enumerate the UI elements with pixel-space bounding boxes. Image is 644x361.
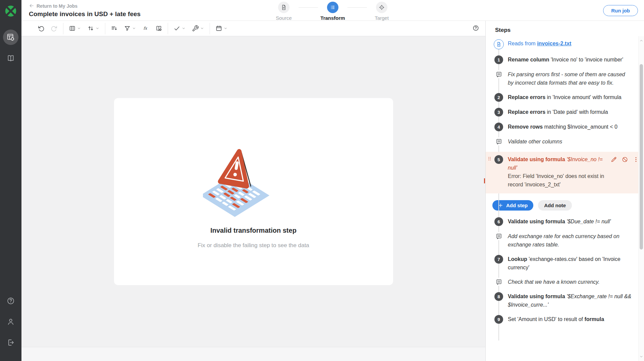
step-row-7[interactable]: 7Lookup 'exchange-rates.csv' based on 'I…: [486, 255, 644, 272]
sidebar-button-user[interactable]: [3, 314, 18, 329]
note-row[interactable]: Check that we have a known currency.: [486, 278, 644, 286]
note-icon: [494, 70, 503, 78]
file-icon: [280, 4, 287, 11]
stepper-connector: [347, 7, 367, 8]
edit-icon[interactable]: [610, 156, 617, 163]
toolbar-button-tools[interactable]: [191, 23, 206, 34]
step-row-8[interactable]: 8Validate using formula '$Exchange_rate …: [486, 292, 644, 309]
list-icon: [329, 4, 336, 11]
toolbar-button-columns[interactable]: [67, 23, 83, 34]
bottom-status-strip: [21, 347, 485, 361]
note-row[interactable]: Fix parsing errors first - some of them …: [486, 70, 644, 87]
step-source-row[interactable]: Reads from invoices-2.txt: [486, 39, 644, 49]
calendar-icon: [215, 25, 222, 32]
step-marker: [494, 70, 504, 78]
step-row-4[interactable]: 4Remove rows matching $Invoice_amount < …: [486, 123, 644, 131]
toolbar-group: [214, 23, 229, 34]
note-row[interactable]: Add exchange rate for each currency base…: [486, 232, 644, 249]
add-step-actions-row: Add stepAdd note: [486, 200, 644, 211]
toolbar-button-sort[interactable]: [86, 23, 101, 34]
help-icon: [472, 25, 479, 32]
stepper-circle-source: [278, 2, 289, 13]
toolbar-button-validate[interactable]: [172, 23, 187, 34]
note-icon: [495, 233, 502, 240]
step-text-segment: Replace errors: [508, 94, 545, 100]
sidebar-button-book[interactable]: [3, 50, 18, 66]
sidebar-button-help[interactable]: [3, 293, 18, 309]
run-job-button[interactable]: Run job: [603, 5, 638, 16]
step-text-segment: 'Invoice no' to 'invoice number': [549, 57, 623, 62]
step-row-2[interactable]: 2Replace errors in 'Invoice amount' with…: [486, 93, 644, 102]
step-row-1[interactable]: 1Rename column 'Invoice no' to 'invoice …: [486, 55, 644, 64]
toolbar-help-button[interactable]: [472, 25, 479, 33]
step-number-badge: 3: [494, 108, 503, 117]
scrollbar-thumb[interactable]: [640, 64, 643, 250]
step-marker: 2: [494, 93, 504, 102]
return-to-jobs-link[interactable]: Return to My Jobs: [29, 3, 77, 9]
help-icon: [6, 297, 15, 305]
step-number-badge: 6: [494, 217, 503, 226]
toolbar-button-redo[interactable]: [49, 23, 59, 34]
stepper-node-target[interactable]: Target: [367, 2, 396, 21]
step-number-badge: 2: [494, 93, 503, 102]
step-text-segment: Lookup: [508, 256, 527, 262]
source-transform-target-stepper: SourceTransformTarget: [269, 2, 396, 21]
sidebar-button-grid-x[interactable]: [3, 30, 18, 45]
user-icon: [6, 317, 15, 326]
sidebar-nav-top: [3, 30, 18, 71]
note-row[interactable]: Validate other columns: [486, 137, 644, 146]
undo-icon: [38, 25, 45, 32]
step-text-segment: Add exchange rate for each currency base…: [508, 233, 620, 247]
toolbar-divider: [210, 23, 210, 34]
step-number-badge: 5: [494, 155, 503, 164]
sidebar-button-logout[interactable]: [3, 335, 18, 350]
step-text: Fix parsing errors first - some of them …: [508, 70, 632, 87]
scroll-up-arrow-icon[interactable]: [639, 38, 644, 43]
step-text-segment: Validate using formula: [508, 294, 565, 299]
step-text-segment: '$Due_date != null': [565, 219, 611, 224]
toolbar-button-calendar[interactable]: [214, 23, 229, 34]
source-file-icon: [494, 39, 504, 49]
data-canvas: Invalid transformation step Fix or disab…: [21, 36, 485, 347]
toolbar-button-rows[interactable]: [109, 23, 119, 34]
source-file-link[interactable]: invoices-2.txt: [537, 41, 571, 46]
drag-handle[interactable]: [487, 156, 492, 163]
scroll-down-arrow-icon[interactable]: [639, 354, 644, 359]
step-text-segment: Validate other columns: [508, 139, 562, 144]
step-text: Add exchange rate for each currency base…: [508, 232, 632, 249]
tools-icon: [192, 25, 199, 32]
step-row-9[interactable]: 9Set 'Amount in USD' to result of formul…: [486, 315, 644, 324]
step-text-segment: Replace errors: [508, 109, 545, 115]
toolbar-button-lookup[interactable]: [154, 23, 164, 34]
toolbar-button-filter[interactable]: [122, 23, 138, 34]
step-text-segment: Remove rows: [508, 124, 543, 130]
add-note-button[interactable]: Add note: [538, 200, 572, 211]
toolbar-button-formula[interactable]: fx: [141, 23, 151, 34]
empty-state-subtitle: Fix or disable the failing step to see t…: [198, 242, 309, 249]
step-text: Lookup 'exchange-rates.csv' based on 'In…: [508, 255, 632, 272]
disable-icon[interactable]: [622, 156, 628, 163]
step-row-3[interactable]: 3Replace errors in 'Date paid' with form…: [486, 108, 644, 117]
filter-icon: [124, 25, 131, 32]
steps-panel-title: Steps: [495, 27, 644, 34]
clover-logo[interactable]: [4, 4, 18, 18]
toolbar-button-undo[interactable]: [36, 23, 46, 34]
redo-icon: [51, 25, 58, 32]
step-row-5[interactable]: 5Validate using formula '$Invoice_no != …: [486, 152, 644, 193]
steps-list: Reads from invoices-2.txt1Rename column …: [486, 39, 644, 359]
drag-icon: [487, 156, 492, 161]
chevron-down-icon: [200, 26, 204, 31]
main-column: Return to My Jobs Complete invoices in U…: [21, 0, 644, 361]
stepper-node-source[interactable]: Source: [269, 2, 299, 21]
step-marker: [494, 232, 504, 240]
book-icon: [6, 54, 15, 62]
stepper-circle-transform: [327, 2, 338, 13]
chevron-down-icon: [639, 354, 644, 359]
stepper-node-transform[interactable]: Transform: [318, 2, 347, 21]
note-icon: [494, 278, 503, 286]
back-arrow-icon: [29, 3, 34, 9]
step-row-6[interactable]: 6Validate using formula '$Due_date != nu…: [486, 217, 644, 226]
chevron-down-icon: [95, 26, 100, 31]
panel-scrollbar[interactable]: [638, 36, 644, 361]
stepper-label: Transform: [320, 15, 345, 21]
